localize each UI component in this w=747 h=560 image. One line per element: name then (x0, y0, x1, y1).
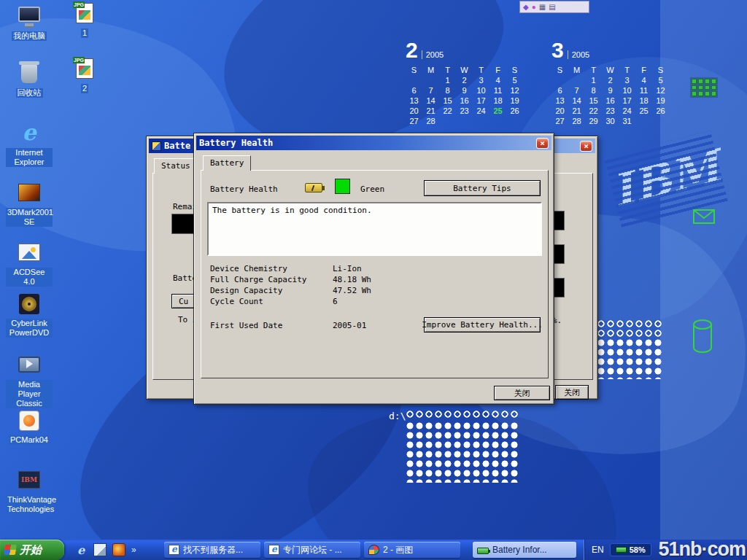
ie-page-icon (169, 545, 179, 555)
battery-tips-button[interactable]: Battery Tips (424, 180, 541, 196)
calendar-cell: T (439, 66, 456, 76)
desktop-icon-media-player-classic[interactable]: Media Player Classic (6, 353, 53, 408)
icon-label: 2 (81, 84, 88, 93)
calendar-cell: 31 (619, 117, 635, 127)
close-dialog-button[interactable]: 关闭 (494, 386, 550, 400)
paint-icon (368, 545, 379, 555)
calendar-cell: F (635, 66, 652, 76)
dots-pattern (406, 421, 519, 483)
title-bar[interactable]: Battery Health (196, 136, 551, 150)
desktop-icon-my-computer[interactable]: 我的电脑 (6, 4, 53, 41)
desktop: 2 2005 SMTWTFS12345678910111213141516171… (0, 0, 747, 560)
calendar-cell: 1 (439, 76, 456, 86)
calendar-cell: 23 (602, 106, 619, 117)
calendar-cell: 7 (422, 86, 439, 96)
toolbar-dot-icon[interactable] (532, 1, 536, 12)
improve-battery-health-button[interactable]: Improve Battery Health... (424, 317, 541, 332)
jpg-file-icon: JPG (72, 57, 97, 82)
desktop-icon-powerdvd[interactable]: CyberLink PowerDVD (6, 292, 53, 338)
desktop-icon-thinkvantage[interactable]: ThinkVantage Technologies (6, 468, 53, 514)
calendar-cell: 9 (602, 86, 619, 96)
language-indicator[interactable]: EN (592, 545, 604, 555)
jpg-tag: JPG (73, 1, 85, 8)
calendar-cell: 22 (439, 106, 456, 117)
desktop-icon-recycle-bin[interactable]: 回收站 (6, 61, 53, 98)
calendar-cell: 20 (406, 106, 422, 117)
calendar-cell (635, 117, 652, 127)
customize-button[interactable]: Cu (171, 294, 196, 308)
battery-indicator[interactable]: 58% (610, 543, 651, 556)
icon-label: 我的电脑 (12, 31, 47, 41)
calendar-cell: 27 (551, 117, 568, 127)
battery-icon (477, 548, 489, 554)
pcmark-icon (17, 408, 42, 433)
calendar-cell: S (551, 66, 568, 76)
taskbar-task-battery-information[interactable]: Battery Infor... (473, 542, 576, 558)
calendar-cell: 25 (489, 106, 506, 117)
window-title: Batte (164, 141, 190, 151)
icon-label: Media Player Classic (6, 380, 53, 408)
calendar-month: 2 (406, 39, 418, 61)
quicklaunch-expand-chevron[interactable] (131, 545, 136, 555)
acdsee-icon (17, 241, 42, 265)
quicklaunch-show-desktop-icon[interactable] (93, 543, 107, 556)
toolbar-panel-icon[interactable] (549, 1, 555, 12)
calendar-cell: 28 (568, 117, 585, 127)
toolbar-grid-icon[interactable] (539, 1, 546, 12)
calendar-cell: 17 (473, 96, 489, 106)
close-button[interactable] (536, 138, 549, 149)
tab-status[interactable]: Status (154, 158, 198, 174)
taskbar-task-server[interactable]: 找不到服务器... (164, 542, 260, 558)
calendar-cell: 18 (635, 96, 652, 106)
jpg-tag: JPG (73, 57, 85, 63)
calendar-cell: 8 (585, 86, 602, 96)
condition-text: The battery is in good condition. (212, 206, 372, 215)
start-button[interactable]: 开始 (0, 540, 64, 560)
close-dialog-button[interactable]: 关闭 (555, 385, 589, 400)
taskbar-task-paint[interactable]: 2 - 画图 (364, 542, 460, 558)
tab-battery[interactable]: Battery (203, 155, 251, 171)
windows-logo-icon (4, 545, 17, 555)
toolbar-diamond-icon[interactable] (523, 1, 529, 12)
calendar-cell: 28 (422, 117, 439, 127)
3dmark-icon (17, 181, 42, 206)
calendar-cell: 13 (406, 96, 422, 106)
keypad-grid-icon (690, 77, 718, 98)
quicklaunch-ie-icon[interactable] (74, 543, 88, 556)
desktop-icon-acdsee[interactable]: ACDSee 4.0 (6, 241, 53, 287)
battery-icon (305, 183, 322, 192)
calendar-cell: 7 (568, 86, 585, 96)
calendar-cell: 2 (456, 76, 473, 86)
calendar-cell (456, 117, 473, 127)
desktop-file-jpg-1[interactable]: JPG 1 (66, 1, 104, 38)
calendar-cell: 10 (619, 86, 635, 96)
battery-tray-icon (616, 547, 627, 553)
calendar-year: 2005 (422, 50, 444, 59)
calendar-cell (568, 76, 585, 86)
calendar-cell: 6 (406, 86, 422, 96)
calendar-cell: 19 (652, 96, 669, 106)
desktop-icon-pcmark04[interactable]: PCMark04 (6, 408, 53, 445)
taskbar-task-forum[interactable]: 专门网论坛 - ... (264, 542, 360, 558)
calendar-cell: M (422, 66, 439, 76)
dots-pattern (406, 410, 519, 420)
condition-textbox[interactable]: The battery is in good condition. (207, 202, 542, 256)
desktop-file-jpg-2[interactable]: JPG 2 (66, 57, 104, 93)
calendar-cell: 23 (456, 106, 473, 117)
calendar-cell: 16 (456, 96, 473, 106)
calendar-cell (489, 117, 506, 127)
calendar-cell: 14 (422, 96, 439, 106)
calendar-cell (551, 76, 568, 86)
desktop-icon-3dmark2001[interactable]: 3DMark2001 SE (6, 181, 53, 227)
close-button[interactable] (580, 141, 592, 152)
desktop-icon-internet-explorer[interactable]: Internet Explorer (6, 121, 53, 167)
field-label: Full Charge Capacity (210, 275, 306, 284)
quicklaunch-media-icon[interactable] (112, 543, 125, 556)
cylinder-icon (692, 318, 713, 354)
field-value: 6 (333, 297, 338, 306)
icon-label: ThinkVantage Technologies (6, 495, 53, 514)
calendar-cell: 12 (652, 86, 669, 96)
floating-toolbar (519, 1, 589, 13)
envelope-icon (693, 209, 715, 224)
icon-label: ACDSee 4.0 (6, 268, 53, 287)
